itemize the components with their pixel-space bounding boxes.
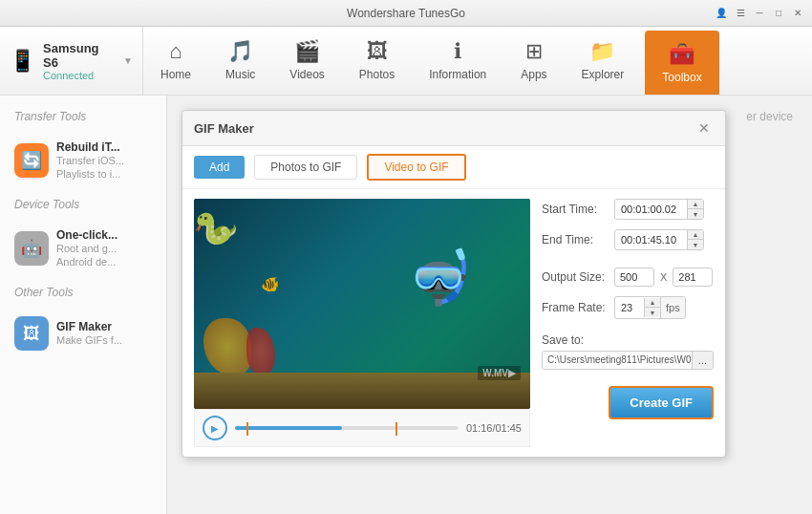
create-gif-button[interactable]: Create GIF	[609, 386, 714, 419]
toolbox-icon: 🧰	[669, 42, 694, 67]
information-icon: ℹ	[454, 39, 461, 64]
videos-icon: 🎬	[294, 39, 320, 64]
video-section: 🐍 🤿 🐠 W.MV▶	[194, 199, 530, 447]
menu-icon[interactable]: ☰	[734, 7, 747, 20]
rebuild-icon: 🔄	[14, 143, 49, 178]
height-input[interactable]: 281	[673, 268, 713, 287]
dialog-close-button[interactable]: ✕	[694, 118, 714, 138]
save-path-browse-button[interactable]: ...	[692, 352, 713, 369]
progress-bar[interactable]	[235, 426, 459, 430]
tab-video-to-gif[interactable]: Video to GIF	[367, 154, 465, 181]
gifmaker-name: GIF Maker	[56, 320, 122, 333]
end-time-up[interactable]: ▲	[688, 230, 703, 240]
end-time-label: End Time:	[542, 233, 609, 246]
width-input[interactable]: 500	[614, 268, 654, 287]
frame-rate-up[interactable]: ▲	[645, 298, 660, 308]
app-title: Wondershare TunesGo	[347, 7, 465, 20]
nav-item-videos[interactable]: 🎬 Videos	[272, 27, 341, 95]
spacer1	[542, 260, 714, 268]
dialog-body: 🐍 🤿 🐠 W.MV▶	[182, 189, 725, 457]
device-status: Connected	[43, 70, 116, 81]
start-time-down[interactable]: ▼	[688, 209, 703, 219]
nav-explorer-label: Explorer	[582, 68, 625, 81]
time-display: 01:16/01:45	[466, 422, 522, 434]
nav-items: ⌂ Home 🎵 Music 🎬 Videos 🖼 Photos ℹ Infor…	[143, 27, 812, 95]
close-button[interactable]: ✕	[791, 7, 804, 20]
end-time-spinner: ▲ ▼	[687, 230, 703, 249]
end-time-value[interactable]: 00:01:45.10	[615, 231, 687, 248]
nav-item-home[interactable]: ⌂ Home	[143, 27, 208, 95]
music-icon: 🎵	[227, 39, 253, 64]
nav-item-toolbox[interactable]: 🧰 Toolbox	[645, 31, 718, 95]
dialog-title: GIF Maker	[194, 121, 254, 136]
sidebar-item-rebuild[interactable]: 🔄 Rebuild iT... Transfer iOS...Playlists…	[10, 133, 157, 188]
nav-item-music[interactable]: 🎵 Music	[208, 27, 272, 95]
dialog-header: GIF Maker ✕	[182, 111, 725, 146]
nav-item-information[interactable]: ℹ Information	[412, 27, 503, 95]
oneclick-name: One-click...	[56, 228, 118, 242]
nav-toolbox-label: Toolbox	[662, 71, 701, 84]
sidebar-item-gifmaker[interactable]: 🖼 GIF Maker Make GIFs f...	[10, 309, 157, 358]
section-title-device: Device Tools	[10, 198, 157, 211]
save-path-text[interactable]: C:\Users\meeting811\Pictures\W0...	[543, 352, 692, 369]
nav-music-label: Music	[225, 68, 255, 81]
output-size-inputs: 500 X 281	[614, 268, 713, 287]
photos-icon: 🖼	[367, 39, 388, 64]
save-path-input-group: C:\Users\meeting811\Pictures\W0... ...	[542, 351, 714, 370]
main-area: er device GIF Maker ✕ Add Photos to GIF …	[167, 96, 812, 514]
home-icon: ⌂	[169, 39, 182, 64]
window-controls: 👤 ☰ ─ □ ✕	[715, 7, 804, 20]
minimize-button[interactable]: ─	[753, 7, 766, 20]
watermark: W.MV▶	[478, 366, 521, 380]
start-time-input-group: 00:01:00.02 ▲ ▼	[614, 199, 704, 220]
start-time-up[interactable]: ▲	[688, 200, 703, 209]
section-title-other: Other Tools	[10, 286, 157, 299]
add-button[interactable]: Add	[194, 156, 245, 179]
settings-panel: Start Time: 00:01:00.02 ▲ ▼ End Time:	[542, 199, 714, 447]
frame-rate-row: Frame Rate: 23 ▲ ▼ fps	[542, 296, 714, 319]
titlebar: Wondershare TunesGo 👤 ☰ ─ □ ✕	[0, 0, 812, 27]
section-title-transfer: Transfer Tools	[10, 110, 157, 123]
end-time-row: End Time: 00:01:45.10 ▲ ▼	[542, 229, 714, 250]
device-dropdown-icon[interactable]: ▼	[123, 55, 133, 66]
sidebar-item-oneclick[interactable]: 🤖 One-click... Root and g...Android de..…	[10, 221, 157, 276]
frame-rate-value[interactable]: 23	[615, 299, 644, 316]
video-controls: ▶ 01:16/01:45	[194, 409, 530, 447]
maximize-button[interactable]: □	[772, 7, 785, 20]
frame-rate-down[interactable]: ▼	[645, 308, 660, 317]
nav-apps-label: Apps	[521, 68, 546, 81]
nav-videos-label: Videos	[289, 68, 324, 81]
save-to-label: Save to:	[542, 333, 714, 347]
device-section[interactable]: 📱 Samsung S6 Connected ▼	[0, 27, 143, 95]
play-button[interactable]: ▶	[203, 416, 227, 440]
frame-rate-label: Frame Rate:	[542, 301, 609, 314]
fish-element: 🐠	[261, 275, 280, 293]
nav-photos-label: Photos	[359, 68, 395, 81]
gif-maker-dialog: GIF Maker ✕ Add Photos to GIF Video to G…	[182, 110, 726, 458]
end-marker[interactable]	[395, 422, 397, 436]
oneclick-desc: Root and g...Android de...	[56, 243, 117, 268]
nav-information-label: Information	[429, 68, 486, 81]
nav-item-explorer[interactable]: 📁 Explorer	[565, 27, 642, 95]
start-marker[interactable]	[246, 422, 248, 436]
frame-rate-input-group: 23 ▲ ▼ fps	[614, 296, 686, 319]
gifmaker-desc: Make GIFs f...	[56, 334, 122, 346]
user-icon[interactable]: 👤	[715, 7, 728, 20]
end-time-input-group: 00:01:45.10 ▲ ▼	[614, 229, 704, 250]
end-time-down[interactable]: ▼	[688, 240, 703, 249]
content-area: Transfer Tools 🔄 Rebuild iT... Transfer …	[0, 96, 812, 514]
nav-item-photos[interactable]: 🖼 Photos	[342, 27, 412, 95]
rebuild-desc: Transfer iOS...Playlists to i...	[56, 155, 124, 180]
nav-item-apps[interactable]: ⊞ Apps	[503, 27, 564, 95]
navbar: 📱 Samsung S6 Connected ▼ ⌂ Home 🎵 Music …	[0, 27, 812, 96]
start-time-label: Start Time:	[542, 203, 609, 216]
device-icon: 📱	[10, 49, 35, 74]
oneclick-icon: 🤖	[14, 231, 49, 266]
bg-text: er device	[746, 110, 793, 123]
start-time-value[interactable]: 00:01:00.02	[615, 201, 687, 218]
dialog-toolbar: Add Photos to GIF Video to GIF	[182, 146, 725, 189]
save-to-row: Save to: C:\Users\meeting811\Pictures\W0…	[542, 333, 714, 370]
tab-photos-to-gif[interactable]: Photos to GIF	[254, 155, 357, 180]
start-time-row: Start Time: 00:01:00.02 ▲ ▼	[542, 199, 714, 220]
sidebar: Transfer Tools 🔄 Rebuild iT... Transfer …	[0, 96, 167, 514]
